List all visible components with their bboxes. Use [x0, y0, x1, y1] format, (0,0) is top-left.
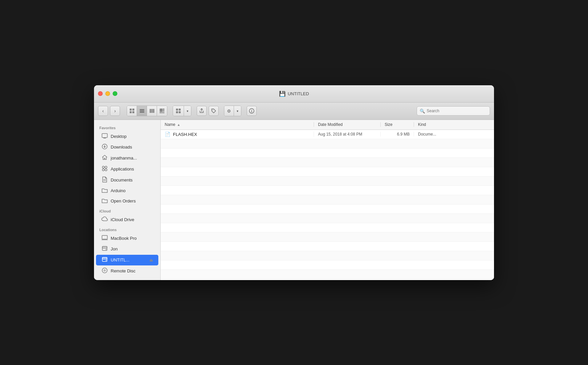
file-doc-icon: 📄: [165, 132, 170, 137]
view-buttons: [127, 106, 167, 116]
folder-icon-openorders: [101, 198, 108, 204]
sidebar-item-label-openorders: Open Orders: [111, 198, 136, 203]
window-title-text: UNTITLED: [288, 91, 309, 96]
svg-rect-10: [160, 109, 163, 112]
sidebar-item-label-arduino: Arduino: [111, 188, 126, 193]
svg-rect-37: [102, 257, 107, 259]
group-button[interactable]: [173, 106, 184, 116]
sidebar-item-downloads[interactable]: Downloads: [96, 142, 158, 153]
column-name[interactable]: Name ▲: [161, 122, 314, 127]
table-row-empty: [161, 167, 494, 177]
svg-point-27: [105, 166, 107, 168]
svg-rect-23: [102, 134, 107, 138]
icon-view-button[interactable]: [127, 106, 137, 116]
tag-button[interactable]: [209, 106, 219, 116]
column-view-button[interactable]: [147, 106, 157, 116]
column-kind[interactable]: Kind: [414, 122, 494, 127]
computer-icon: [101, 235, 108, 242]
table-row-empty: [161, 270, 494, 279]
eject-icon[interactable]: ⏏: [149, 258, 153, 262]
sidebar-item-label-downloads: Downloads: [111, 145, 132, 150]
cloud-icon: [101, 216, 108, 223]
drive-icon-jon: [101, 245, 108, 253]
svg-rect-11: [163, 109, 164, 110]
table-row-empty: [161, 223, 494, 232]
column-size[interactable]: Size: [381, 122, 414, 127]
search-input[interactable]: [427, 109, 487, 113]
icloud-header: iCloud: [94, 206, 160, 214]
favorites-header: Favorites: [94, 123, 160, 131]
forward-icon: ›: [114, 108, 116, 114]
sidebar-item-documents[interactable]: Documents: [96, 175, 158, 185]
svg-rect-7: [150, 109, 151, 113]
list-view-button[interactable]: [137, 106, 147, 116]
action-chevron-button[interactable]: ▾: [234, 106, 241, 116]
close-button[interactable]: [98, 91, 103, 96]
svg-point-22: [251, 110, 252, 110]
table-row-empty: [161, 242, 494, 251]
sidebar-item-icloud[interactable]: iCloud Drive: [96, 215, 158, 225]
home-icon: [101, 155, 108, 162]
svg-rect-18: [176, 111, 178, 113]
group-chevron-button[interactable]: ▾: [184, 106, 191, 116]
file-name-cell: 📄 FLASH.HEX: [161, 132, 314, 137]
table-row-empty: [161, 214, 494, 223]
table-row-empty: [161, 158, 494, 167]
svg-rect-13: [160, 112, 161, 113]
file-name-label: FLASH.HEX: [173, 132, 197, 137]
applications-icon: [101, 166, 108, 173]
column-date[interactable]: Date Modified: [314, 122, 381, 127]
main-content: Favorites Desktop Downloads: [94, 120, 494, 280]
svg-rect-34: [102, 246, 107, 248]
share-button[interactable]: [197, 106, 207, 116]
sidebar-item-label-home: jonathanma...: [111, 156, 137, 161]
sidebar-item-desktop[interactable]: Desktop: [96, 132, 158, 142]
sidebar-item-openorders[interactable]: Open Orders: [96, 196, 158, 206]
table-row-empty: [161, 251, 494, 260]
gallery-view-button[interactable]: [157, 106, 167, 116]
file-date-cell: Aug 15, 2018 at 4:08 PM: [314, 132, 381, 137]
back-button[interactable]: ‹: [98, 106, 108, 116]
sort-arrow-icon: ▲: [177, 123, 180, 127]
table-row-empty: [161, 149, 494, 158]
sidebar-item-applications[interactable]: Applications: [96, 164, 158, 175]
sidebar-item-label-macbookpro: MacBook Pro: [111, 236, 137, 241]
sidebar-item-arduino[interactable]: Arduino: [96, 186, 158, 196]
column-name-label: Name: [165, 122, 175, 127]
sidebar-item-home[interactable]: jonathanma...: [96, 153, 158, 164]
action-button[interactable]: ⚙: [224, 106, 234, 116]
svg-rect-19: [179, 111, 181, 113]
svg-point-41: [104, 270, 105, 271]
sidebar-item-jon[interactable]: Jon: [96, 244, 158, 254]
traffic-lights: [98, 91, 117, 96]
file-area: Name ▲ Date Modified Size Kind 📄: [161, 120, 494, 280]
forward-button[interactable]: ›: [110, 106, 120, 116]
maximize-button[interactable]: [113, 91, 117, 96]
search-icon: 🔍: [420, 109, 425, 114]
table-row[interactable]: 📄 FLASH.HEX Aug 15, 2018 at 4:08 PM 6.9 …: [161, 130, 494, 139]
sidebar-item-macbookpro[interactable]: MacBook Pro: [96, 233, 158, 243]
sidebar-item-remotedisc[interactable]: Remote Disc: [96, 266, 158, 276]
search-box[interactable]: 🔍: [417, 106, 490, 116]
window-title: 💾 UNTITLED: [279, 91, 309, 97]
sidebar-item-label-applications: Applications: [111, 167, 134, 172]
titlebar: 💾 UNTITLED: [94, 85, 494, 103]
file-list: 📄 FLASH.HEX Aug 15, 2018 at 4:08 PM 6.9 …: [161, 130, 494, 280]
settings-action-buttons: ⚙ ▾: [224, 106, 241, 116]
minimize-button[interactable]: [105, 91, 110, 96]
desktop-icon: [101, 133, 108, 140]
sidebar-item-label-remotedisc: Remote Disc: [111, 268, 135, 273]
info-button[interactable]: [247, 106, 257, 116]
svg-rect-15: [163, 112, 164, 113]
svg-rect-3: [132, 111, 134, 113]
column-kind-label: Kind: [418, 122, 426, 127]
file-size-cell: 6.9 MB: [381, 132, 414, 137]
sidebar-item-label-desktop: Desktop: [111, 134, 127, 139]
downloads-icon: [101, 144, 108, 151]
group-action-buttons: ▾: [173, 106, 191, 116]
column-date-label: Date Modified: [318, 122, 343, 127]
svg-point-20: [213, 110, 213, 111]
file-kind-cell: Docume...: [414, 132, 494, 137]
sidebar-item-untitled[interactable]: UNTITL... ⏏: [96, 255, 158, 265]
toolbar: ‹ ›: [94, 103, 494, 120]
